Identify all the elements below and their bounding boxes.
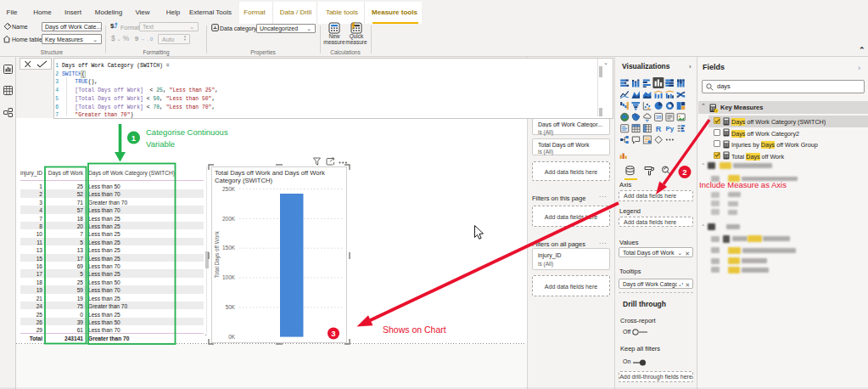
svg-text:Py: Py <box>666 125 675 132</box>
svg-text:100K: 100K <box>222 274 236 280</box>
svg-text:0K: 0K <box>228 334 236 340</box>
svg-text:150K: 150K <box>222 245 236 251</box>
svg-text:250K: 250K <box>222 186 236 192</box>
svg-text:38: 38 <box>656 115 662 120</box>
svg-text:50K: 50K <box>226 304 236 310</box>
svg-text:200K: 200K <box>222 216 236 222</box>
svg-text:R: R <box>656 125 662 133</box>
svg-text:Total Days off Work: Total Days off Work <box>214 231 221 279</box>
